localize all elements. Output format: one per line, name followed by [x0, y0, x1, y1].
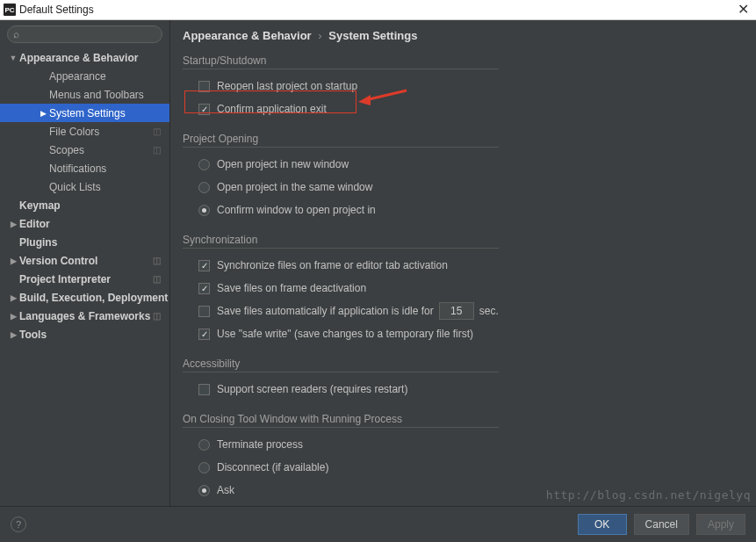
checkbox-label: Save files automatically if application …: [217, 305, 434, 317]
sidebar-item-label: Menus and Toolbars: [49, 89, 144, 101]
radio-icon: [198, 439, 210, 451]
sidebar-item-plugins[interactable]: Plugins: [0, 233, 169, 251]
sidebar-item-appearance[interactable]: Appearance: [0, 67, 169, 85]
sidebar-item-notifications[interactable]: Notifications: [0, 159, 169, 177]
radio-open-new-window[interactable]: Open project in new window: [183, 153, 499, 176]
checkbox-icon: [198, 384, 210, 395]
titlebar-left: PC Default Settings: [4, 4, 94, 16]
radio-ask[interactable]: Ask: [183, 479, 499, 502]
sidebar-item-label: Appearance: [49, 70, 106, 83]
sidebar-item-file-colors[interactable]: File Colors◫: [0, 122, 169, 141]
checkbox-icon: [198, 306, 210, 317]
search-icon: ⌕: [13, 28, 19, 40]
project-scope-icon: ◫: [153, 311, 161, 321]
radio-disconnect[interactable]: Disconnect (if available): [183, 456, 499, 479]
ok-button[interactable]: OK: [578, 514, 627, 535]
main-area: ⌕ ▼Appearance & BehaviorAppearanceMenus …: [0, 20, 756, 506]
sidebar-item-appearance-behavior[interactable]: ▼Appearance & Behavior: [0, 48, 169, 67]
radio-icon: [198, 182, 210, 193]
sidebar-item-label: Appearance & Behavior: [19, 52, 138, 64]
sidebar-item-label: Keymap: [19, 199, 61, 212]
checkbox-screen-readers[interactable]: Support screen readers (requires restart…: [183, 378, 499, 401]
checkbox-icon: [198, 104, 210, 115]
cancel-button[interactable]: Cancel: [634, 514, 689, 535]
tree-arrow-icon: ▶: [7, 330, 19, 339]
radio-confirm-window[interactable]: Confirm window to open project in: [183, 199, 499, 221]
sidebar-item-keymap[interactable]: Keymap: [0, 196, 169, 214]
tree-arrow-icon: ▶: [7, 220, 19, 228]
section-header: Synchronization: [183, 234, 499, 249]
autosave-seconds-input[interactable]: [439, 302, 474, 320]
sidebar-item-tools[interactable]: ▶Tools: [0, 325, 169, 343]
chevron-right-icon: ›: [318, 29, 321, 42]
section-header: Startup/Shutdown: [183, 54, 499, 69]
checkbox-autosave-idle[interactable]: Save files automatically if application …: [183, 300, 499, 322]
sidebar-item-label: Build, Execution, Deployment: [19, 292, 168, 304]
sidebar-item-system-settings[interactable]: ▶System Settings: [0, 104, 169, 122]
breadcrumb-root[interactable]: Appearance & Behavior: [183, 29, 312, 42]
project-scope-icon: ◫: [153, 274, 161, 284]
sidebar-item-label: Quick Lists: [49, 181, 101, 193]
sidebar-item-project-interpreter[interactable]: Project Interpreter◫: [0, 270, 169, 288]
radio-terminate[interactable]: Terminate process: [183, 433, 499, 456]
checkbox-icon: [198, 283, 210, 294]
unit-label: sec.: [479, 305, 499, 317]
sidebar-item-label: Plugins: [19, 236, 57, 249]
tree-arrow-icon: ▶: [7, 257, 19, 265]
sidebar: ⌕ ▼Appearance & BehaviorAppearanceMenus …: [0, 20, 170, 506]
sidebar-item-label: Project Interpreter: [19, 273, 111, 285]
sidebar-item-quick-lists[interactable]: Quick Lists: [0, 177, 169, 196]
sidebar-item-label: Version Control: [19, 255, 97, 267]
sidebar-item-label: Languages & Frameworks: [19, 310, 150, 322]
titlebar: PC Default Settings ✕: [0, 0, 756, 20]
sidebar-item-label: Editor: [19, 218, 50, 230]
radio-open-same-window[interactable]: Open project in the same window: [183, 176, 499, 199]
search-input[interactable]: [23, 28, 156, 40]
radio-icon: [198, 462, 210, 473]
sidebar-item-scopes[interactable]: Scopes◫: [0, 141, 169, 159]
checkbox-reopen-last-project[interactable]: Reopen last project on startup: [183, 75, 499, 98]
sidebar-item-menus-and-toolbars[interactable]: Menus and Toolbars: [0, 85, 169, 104]
help-button[interactable]: ?: [11, 517, 26, 532]
footer-buttons: OK Cancel Apply: [578, 514, 745, 535]
settings-tree: ▼Appearance & BehaviorAppearanceMenus an…: [0, 48, 169, 506]
section-synchronization: Synchronization Synchronize files on fra…: [183, 234, 499, 345]
checkbox-icon: [198, 260, 210, 271]
checkbox-icon: [198, 329, 210, 340]
sidebar-item-label: Scopes: [49, 144, 84, 156]
sidebar-item-version-control[interactable]: ▶Version Control◫: [0, 251, 169, 270]
search-input-wrapper[interactable]: ⌕: [7, 25, 162, 43]
sidebar-item-build-execution-deployment[interactable]: ▶Build, Execution, Deployment: [0, 288, 169, 307]
tree-arrow-icon: ▶: [7, 293, 19, 302]
radio-icon: [198, 485, 210, 496]
radio-label: Disconnect (if available): [217, 461, 328, 473]
checkbox-safe-write[interactable]: Use "safe write" (save changes to a temp…: [183, 322, 499, 345]
radio-label: Open project in the same window: [217, 181, 372, 193]
project-scope-icon: ◫: [153, 145, 161, 155]
checkbox-confirm-exit[interactable]: Confirm application exit: [183, 98, 499, 120]
sidebar-item-editor[interactable]: ▶Editor: [0, 214, 169, 233]
window-title: Default Settings: [19, 4, 94, 16]
section-project-opening: Project Opening Open project in new wind…: [183, 133, 499, 221]
checkbox-label: Confirm application exit: [217, 103, 327, 115]
radio-label: Open project in new window: [217, 158, 349, 170]
checkbox-label: Use "safe write" (save changes to a temp…: [217, 328, 473, 340]
sidebar-item-languages-frameworks[interactable]: ▶Languages & Frameworks◫: [0, 307, 169, 325]
sidebar-item-label: System Settings: [49, 107, 126, 119]
close-icon[interactable]: ✕: [738, 3, 749, 17]
tree-arrow-icon: ▶: [37, 109, 49, 118]
radio-label: Ask: [217, 484, 234, 496]
section-header: Project Opening: [183, 133, 499, 148]
checkbox-sync-on-frame[interactable]: Synchronize files on frame or editor tab…: [183, 254, 499, 277]
tree-arrow-icon: ▶: [7, 312, 19, 321]
radio-label: Terminate process: [217, 438, 303, 451]
section-on-closing: On Closing Tool Window with Running Proc…: [183, 413, 499, 502]
content-pane: Appearance & Behavior › System Settings …: [170, 20, 756, 506]
checkbox-label: Reopen last project on startup: [217, 80, 357, 92]
apply-button[interactable]: Apply: [696, 514, 745, 535]
radio-icon: [198, 205, 210, 216]
checkbox-save-on-deactivation[interactable]: Save files on frame deactivation: [183, 277, 499, 300]
checkbox-label: Save files on frame deactivation: [217, 282, 366, 294]
section-header: On Closing Tool Window with Running Proc…: [183, 413, 499, 428]
app-icon: PC: [4, 4, 16, 16]
